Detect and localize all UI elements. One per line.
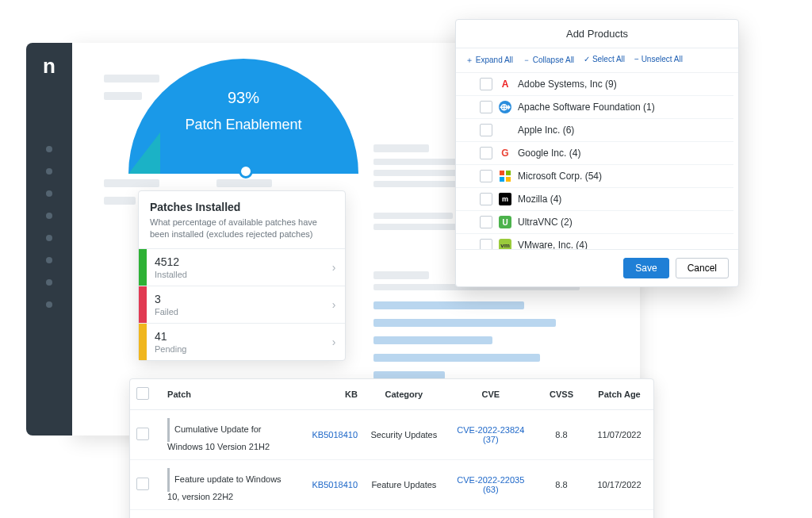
placeholder [104, 179, 159, 187]
table-row[interactable]: Feature update to Windows 10, version 22… [130, 460, 653, 510]
cve-link[interactable]: ADV220005 (27) [444, 510, 538, 519]
vendor-row[interactable]: Apple Inc. (6) [456, 119, 733, 142]
mozilla-icon: m [499, 193, 511, 205]
vendor-name: Apache Software Foundation (1) [518, 102, 655, 113]
table-row[interactable]: Cumulative Update for Windows 10 Version… [130, 410, 653, 460]
vendor-checkbox[interactable] [480, 170, 492, 182]
vendor-name: VMware, Inc. (4) [518, 240, 588, 249]
stat-failed[interactable]: 3 Failed › [139, 286, 345, 323]
status-bar-red [139, 286, 147, 323]
table-row[interactable]: VMware, Inc. - Display - 9.17.4.2 Driver… [130, 510, 653, 519]
vendor-checkbox[interactable] [480, 78, 492, 90]
nav-item[interactable] [46, 213, 52, 219]
col-cvss[interactable]: CVSS [538, 379, 585, 410]
cvss: 8.5 [538, 510, 585, 519]
vendor-checkbox[interactable] [480, 193, 492, 205]
stat-label: Failed [155, 307, 315, 317]
row-bar [167, 418, 170, 442]
placeholder [373, 301, 524, 309]
patches-installed-card: Patches Installed What percentage of ava… [138, 190, 346, 361]
cve-link[interactable]: CVE-2022-22035 (63) [444, 460, 538, 510]
vendor-row[interactable]: ⟴Apache Software Foundation (1) [456, 96, 733, 119]
gauge-pin [239, 164, 253, 178]
placeholder [373, 336, 492, 344]
adobe-icon: A [499, 78, 511, 90]
dialog-footer: Save Cancel [456, 249, 738, 286]
kb-link[interactable]: KB5018410 [299, 460, 364, 510]
gauge-percent: 93% [128, 89, 358, 107]
nav-item[interactable] [46, 190, 52, 197]
nav-item[interactable] [46, 279, 52, 286]
vmware-icon: vm [499, 239, 511, 249]
gauge-label: Patch Enablement [128, 117, 358, 133]
patch-age: 10/17/2022 [585, 460, 653, 510]
vendor-checkbox[interactable] [480, 239, 492, 249]
vendor-row[interactable]: Microsoft Corp. (54) [456, 165, 733, 188]
placeholder [373, 144, 429, 152]
apple-icon [499, 124, 511, 136]
patch-enablement-gauge: 93% Patch Enablement [128, 59, 358, 174]
select-all-link[interactable]: ✓ Select All [584, 55, 625, 66]
patch-age: 12/12/2022 [585, 510, 653, 519]
cve-link[interactable]: CVE-2022-23824 (37) [444, 410, 538, 460]
vendor-row[interactable]: mMozilla (4) [456, 188, 733, 211]
nav-item[interactable] [46, 301, 52, 308]
google-icon: G [499, 147, 511, 159]
expand-all-link[interactable]: ＋ Expand All [465, 55, 513, 66]
dialog-toolbar: ＋ Expand All － Collapse All ✓ Select All… [456, 48, 738, 72]
vendor-row[interactable]: UUltraVNC (2) [456, 211, 733, 234]
vendor-checkbox[interactable] [480, 216, 492, 228]
kb-link[interactable]: KB5018410 [299, 410, 364, 460]
row-checkbox[interactable] [136, 428, 149, 440]
placeholder [373, 354, 540, 362]
collapse-all-link[interactable]: － Collapse All [523, 55, 574, 66]
vendor-checkbox[interactable] [480, 124, 492, 136]
nav-item[interactable] [46, 146, 52, 152]
card-subtitle: What percentage of available patches hav… [150, 217, 334, 240]
col-age[interactable]: Patch Age [585, 379, 653, 410]
vendor-name: UltraVNC (2) [518, 217, 573, 228]
dialog-title: Add Products [456, 20, 738, 48]
chevron-right-icon: › [323, 324, 345, 360]
card-title: Patches Installed [150, 201, 334, 213]
save-button[interactable]: Save [623, 258, 668, 278]
row-bar [167, 468, 170, 492]
patch-name: Cumulative Update for Windows 10 Version… [167, 424, 270, 451]
vendor-checkbox[interactable] [480, 101, 492, 113]
vendor-row[interactable]: vmVMware, Inc. (4) [456, 234, 733, 249]
col-cve[interactable]: CVE [444, 379, 538, 410]
col-kb[interactable]: KB [299, 379, 364, 410]
category: Security Updates [364, 410, 444, 460]
vendor-row[interactable]: GGoogle Inc. (4) [456, 142, 733, 165]
stat-installed[interactable]: 4512 Installed › [139, 248, 345, 286]
add-products-dialog: Add Products ＋ Expand All － Collapse All… [455, 19, 739, 287]
col-category[interactable]: Category [364, 379, 444, 410]
sidebar-nav [26, 146, 72, 308]
col-patch[interactable]: Patch [161, 379, 299, 410]
nav-item[interactable] [46, 168, 52, 175]
unselect-all-link[interactable]: − Unselect All [634, 55, 683, 66]
vendor-row[interactable]: AAdobe Systems, Inc (9) [456, 73, 733, 96]
cvss: 8.8 [538, 410, 585, 460]
nav-item[interactable] [46, 235, 52, 241]
vendor-name: Microsoft Corp. (54) [518, 171, 602, 182]
status-bar-green [139, 249, 147, 286]
select-all-checkbox[interactable] [136, 387, 149, 400]
row-checkbox[interactable] [136, 478, 149, 490]
vendor-list[interactable]: AAdobe Systems, Inc (9) ⟴Apache Software… [456, 72, 738, 249]
stat-label: Installed [155, 270, 315, 279]
stat-pending[interactable]: 41 Pending › [139, 323, 345, 360]
svg-rect-0 [500, 171, 504, 175]
nav-item[interactable] [46, 257, 52, 263]
microsoft-icon [499, 170, 511, 182]
stat-label: Pending [155, 344, 315, 354]
chevron-right-icon: › [323, 286, 345, 323]
svg-rect-3 [506, 177, 511, 182]
category: Feature Updates [364, 460, 444, 510]
cancel-button[interactable]: Cancel [676, 258, 729, 278]
placeholder [104, 197, 136, 205]
kb-link[interactable] [299, 510, 364, 519]
vendor-checkbox[interactable] [480, 147, 492, 159]
stat-value: 4512 [155, 255, 315, 268]
patches-table: Patch KB Category CVE CVSS Patch Age Cum… [130, 379, 653, 518]
